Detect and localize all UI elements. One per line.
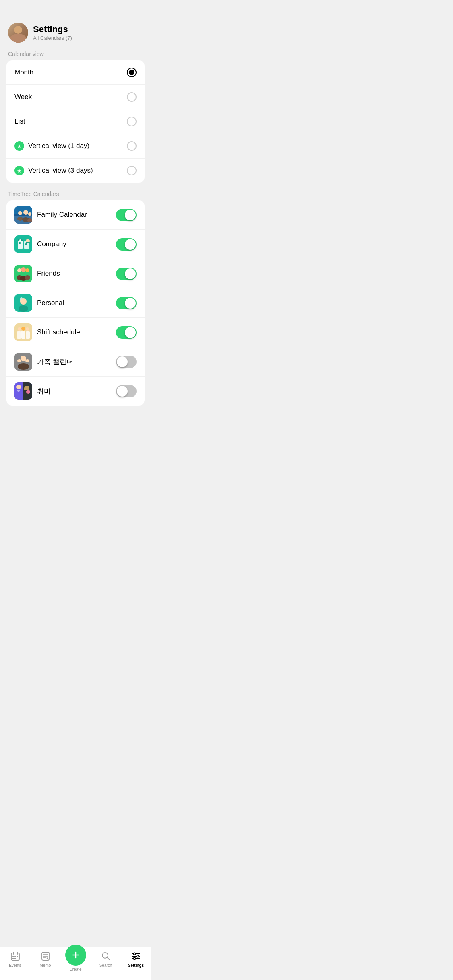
calendar-hobby: 취미 — [6, 377, 145, 406]
svg-point-4 — [28, 212, 31, 216]
radio-vertical3[interactable]: Vertical view (3 days) — [6, 159, 145, 183]
timetree-calendars-card: Family Calendar — [6, 200, 145, 406]
radio-month[interactable]: Month — [6, 60, 145, 85]
radio-week-circle[interactable] — [127, 92, 137, 102]
toggle-friends[interactable] — [116, 268, 137, 280]
calendar-personal: Personal — [6, 288, 145, 318]
family-calendar-icon — [14, 206, 32, 224]
svg-point-30 — [21, 327, 25, 331]
svg-point-42 — [16, 385, 21, 389]
radio-vertical3-circle[interactable] — [127, 166, 137, 175]
timetree-section-label: TimeTree Calendars — [0, 191, 151, 200]
premium-badge-v1 — [14, 141, 24, 151]
toggle-company[interactable] — [116, 238, 137, 251]
svg-rect-8 — [14, 235, 32, 253]
calendar-company: Company — [6, 230, 145, 259]
calendar-view-section-label: Calendar view — [0, 51, 151, 60]
friends-calendar-icon — [14, 265, 32, 282]
toggle-family[interactable] — [116, 209, 137, 221]
calendar-family: Family Calendar — [6, 200, 145, 230]
svg-point-31 — [26, 327, 29, 331]
toggle-family-kr[interactable] — [116, 356, 137, 368]
svg-point-20 — [25, 268, 29, 272]
radio-vertical1-circle[interactable] — [127, 141, 137, 151]
toggle-shift[interactable] — [116, 326, 137, 339]
svg-point-23 — [25, 275, 30, 280]
hobby-calendar-icon — [14, 382, 32, 400]
svg-rect-33 — [21, 331, 25, 339]
toggle-hobby[interactable] — [116, 385, 137, 397]
radio-list-circle[interactable] — [127, 117, 137, 126]
svg-rect-14 — [25, 243, 27, 245]
company-calendar-icon — [14, 235, 32, 253]
calendar-count: All Calendars (7) — [33, 35, 72, 41]
svg-rect-16 — [26, 242, 30, 243]
settings-header: Settings All Calendars (7) — [0, 18, 151, 49]
shift-calendar-icon — [14, 323, 32, 341]
calendar-family-kr: 가족 캘린더 — [6, 347, 145, 377]
svg-point-37 — [17, 359, 21, 362]
svg-rect-32 — [17, 331, 21, 339]
svg-point-39 — [18, 363, 29, 370]
svg-point-27 — [19, 305, 28, 312]
page-title: Settings — [33, 24, 72, 35]
svg-point-7 — [27, 218, 32, 222]
svg-point-18 — [17, 268, 21, 272]
svg-point-19 — [21, 267, 26, 272]
radio-list[interactable]: List — [6, 109, 145, 134]
svg-point-29 — [18, 327, 21, 331]
svg-rect-13 — [19, 242, 21, 244]
radio-week[interactable]: Week — [6, 85, 145, 109]
calendar-view-card: Month Week List Vertical view (1 day) — [6, 60, 145, 183]
svg-point-43 — [26, 390, 30, 394]
svg-rect-34 — [26, 331, 30, 339]
toggle-personal[interactable] — [116, 297, 137, 309]
svg-point-11 — [19, 239, 21, 241]
svg-point-2 — [18, 211, 22, 215]
premium-badge-v3 — [14, 166, 24, 175]
svg-point-5 — [17, 217, 23, 221]
svg-point-36 — [21, 356, 26, 361]
radio-vertical1[interactable]: Vertical view (1 day) — [6, 134, 145, 159]
personal-calendar-icon — [14, 294, 32, 312]
svg-point-6 — [22, 217, 29, 222]
avatar[interactable] — [8, 23, 28, 43]
svg-point-26 — [20, 298, 27, 305]
svg-point-38 — [25, 359, 29, 362]
radio-month-circle[interactable] — [127, 68, 137, 77]
calendar-friends: Friends — [6, 259, 145, 288]
family-kr-calendar-icon — [14, 353, 32, 371]
svg-point-3 — [23, 210, 28, 215]
calendar-shift: Shift schedule — [6, 318, 145, 347]
svg-rect-1 — [14, 214, 32, 224]
